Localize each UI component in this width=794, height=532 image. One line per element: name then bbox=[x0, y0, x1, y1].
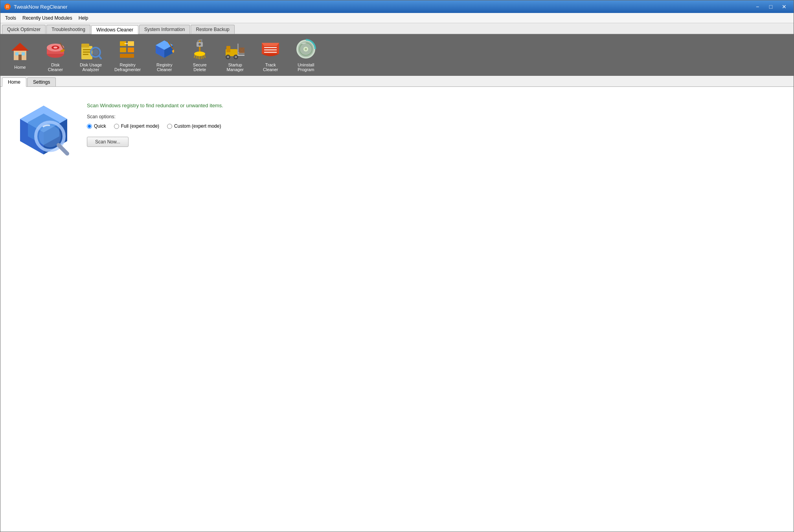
svg-rect-25 bbox=[120, 48, 126, 52]
menu-recently-used[interactable]: Recently Used Modules bbox=[19, 15, 75, 22]
svg-point-43 bbox=[198, 43, 201, 46]
svg-rect-24 bbox=[128, 41, 134, 46]
svg-line-73 bbox=[59, 145, 67, 154]
toolbar-home-label: Home bbox=[14, 65, 26, 70]
radio-quick[interactable]: Quick bbox=[87, 123, 106, 129]
top-tabs: Quick Optimizer Troubleshooting Windows … bbox=[0, 23, 794, 34]
app-window: R TweakNow RegCleaner − □ ✕ Tools Recent… bbox=[0, 0, 794, 532]
secure-delete-icon bbox=[189, 38, 211, 60]
home-icon bbox=[9, 40, 31, 62]
svg-line-36 bbox=[196, 55, 197, 59]
scan-description: Scan Windows registry to find redundant … bbox=[87, 103, 223, 108]
titlebar-title: TweakNow RegCleaner bbox=[14, 4, 751, 10]
toolbar-registry-defrag[interactable]: Registry Defragmenter bbox=[114, 38, 141, 72]
registry-defrag-icon bbox=[117, 38, 139, 60]
svg-rect-26 bbox=[128, 48, 134, 52]
toolbar-disk-usage[interactable]: Disk Usage Analyzer bbox=[79, 38, 103, 72]
radio-full-label: Full (expert mode) bbox=[121, 123, 159, 129]
toolbar-startup-label: Startup Manager bbox=[227, 62, 244, 72]
toolbar-secure-delete-label: Secure Delete bbox=[193, 62, 207, 72]
svg-point-12 bbox=[53, 47, 57, 49]
svg-point-34 bbox=[194, 51, 205, 56]
registry-icon-large bbox=[12, 99, 75, 161]
main-content: Scan Windows registry to find redundant … bbox=[0, 87, 794, 323]
radio-custom-input[interactable] bbox=[167, 124, 172, 129]
content-area: Home Settings bbox=[0, 76, 794, 532]
minimize-button[interactable]: − bbox=[751, 2, 764, 11]
toolbar-disk-cleaner[interactable]: Disk Cleaner bbox=[44, 38, 67, 72]
menu-help[interactable]: Help bbox=[75, 15, 92, 22]
toolbar-disk-cleaner-label: Disk Cleaner bbox=[48, 62, 63, 72]
svg-rect-51 bbox=[237, 55, 244, 56]
content-right: Scan Windows registry to find redundant … bbox=[87, 99, 223, 147]
svg-rect-16 bbox=[81, 44, 89, 48]
track-cleaner-icon bbox=[259, 38, 281, 60]
tab-quick-optimizer[interactable]: Quick Optimizer bbox=[2, 25, 46, 34]
svg-rect-7 bbox=[22, 52, 25, 55]
svg-line-22 bbox=[99, 56, 101, 59]
startup-icon bbox=[224, 38, 246, 60]
toolbar-disk-usage-label: Disk Usage Analyzer bbox=[80, 62, 102, 72]
svg-rect-6 bbox=[15, 52, 18, 55]
menubar: Tools Recently Used Modules Help bbox=[0, 13, 794, 23]
tab-troubleshooting[interactable]: Troubleshooting bbox=[46, 25, 90, 34]
svg-rect-18 bbox=[83, 51, 91, 53]
icon-toolbar: Home Disk Cleaner bbox=[0, 34, 794, 76]
radio-quick-input[interactable] bbox=[87, 124, 92, 129]
radio-full[interactable]: Full (expert mode) bbox=[114, 123, 159, 129]
scan-options-label: Scan options: bbox=[87, 114, 223, 119]
registry-cleaner-icon bbox=[153, 38, 175, 60]
radio-full-input[interactable] bbox=[114, 124, 119, 129]
radio-custom[interactable]: Custom (expert mode) bbox=[167, 123, 221, 129]
disk-cleaner-icon bbox=[44, 38, 66, 60]
app-icon: R bbox=[4, 3, 11, 11]
toolbar-registry-defrag-label: Registry Defragmenter bbox=[114, 62, 141, 72]
svg-line-41 bbox=[204, 55, 205, 58]
svg-line-39 bbox=[201, 56, 202, 59]
maximize-button[interactable]: □ bbox=[765, 2, 777, 11]
toolbar-secure-delete[interactable]: Secure Delete bbox=[188, 38, 211, 72]
toolbar-track-cleaner-label: Track Cleaner bbox=[263, 62, 278, 72]
toolbar-registry-cleaner[interactable]: Registry Cleaner bbox=[153, 38, 176, 72]
tab-restore-backup[interactable]: Restore Backup bbox=[191, 25, 234, 34]
svg-marker-57 bbox=[262, 43, 279, 46]
scan-now-button[interactable]: Scan Now... bbox=[87, 137, 129, 147]
close-button[interactable]: ✕ bbox=[778, 2, 790, 11]
svg-point-65 bbox=[305, 48, 307, 50]
titlebar-controls: − □ ✕ bbox=[751, 2, 790, 11]
svg-text:R: R bbox=[6, 5, 9, 9]
svg-rect-27 bbox=[120, 54, 134, 58]
toolbar-registry-cleaner-label: Registry Cleaner bbox=[156, 62, 172, 72]
svg-rect-45 bbox=[226, 46, 230, 52]
toolbar-track-cleaner[interactable]: Track Cleaner bbox=[259, 38, 282, 72]
svg-rect-4 bbox=[18, 55, 22, 60]
inner-tabs: Home Settings bbox=[0, 76, 794, 87]
svg-point-47 bbox=[227, 56, 229, 58]
svg-rect-52 bbox=[237, 44, 239, 55]
inner-tab-home[interactable]: Home bbox=[2, 77, 26, 87]
svg-rect-19 bbox=[83, 54, 88, 55]
scan-radio-group: Quick Full (expert mode) Custom (expert … bbox=[87, 123, 223, 129]
uninstall-icon bbox=[295, 38, 317, 60]
toolbar-uninstall-label: Uninstall Program bbox=[298, 62, 314, 72]
svg-line-35 bbox=[194, 55, 195, 58]
disk-usage-icon bbox=[80, 38, 102, 60]
svg-point-49 bbox=[235, 56, 237, 58]
titlebar: R TweakNow RegCleaner − □ ✕ bbox=[0, 0, 794, 13]
svg-marker-5 bbox=[11, 43, 29, 51]
radio-custom-label: Custom (expert mode) bbox=[174, 123, 221, 129]
menu-tools[interactable]: Tools bbox=[2, 15, 19, 22]
tab-system-information[interactable]: System Information bbox=[139, 25, 190, 34]
inner-tab-settings[interactable]: Settings bbox=[27, 77, 56, 86]
svg-rect-17 bbox=[83, 49, 91, 50]
toolbar-uninstall[interactable]: Uninstall Program bbox=[294, 38, 318, 72]
toolbar-startup[interactable]: Startup Manager bbox=[223, 38, 247, 72]
radio-quick-label: Quick bbox=[94, 123, 106, 129]
toolbar-home[interactable]: Home bbox=[8, 40, 32, 70]
svg-point-21 bbox=[92, 49, 99, 55]
svg-line-40 bbox=[203, 55, 203, 59]
tab-windows-cleaner[interactable]: Windows Cleaner bbox=[91, 25, 138, 34]
